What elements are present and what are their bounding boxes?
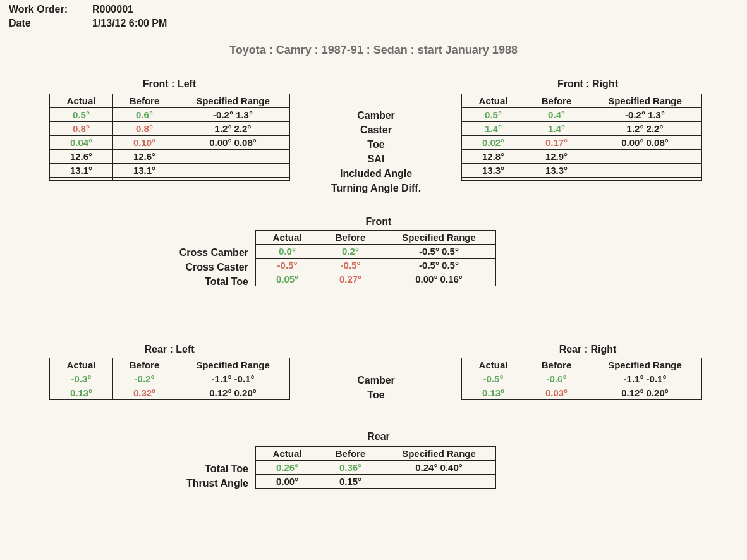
row-label: Included Angle xyxy=(307,166,446,181)
cell-before xyxy=(113,178,176,181)
col-actual: Actual xyxy=(50,358,113,372)
table-row: 1.4°1.4°1.2° 2.2° xyxy=(462,122,702,136)
front-left-table: ActualBeforeSpecified Range0.5°0.6°-0.2°… xyxy=(49,94,290,181)
cell-actual: 1.4° xyxy=(462,122,525,136)
date-value: 1/13/12 6:00 PM xyxy=(92,18,167,29)
cell-range: -1.1° -0.1° xyxy=(176,372,290,386)
table-row: 13.3°13.3° xyxy=(462,164,702,178)
table-row xyxy=(462,178,702,181)
cell-actual: 0.13° xyxy=(462,386,525,400)
rear-summary-table: ActualBeforeSpecified Range0.26°0.36°0.2… xyxy=(255,446,496,489)
table-row: 0.0°0.2°-0.5° 0.5° xyxy=(256,245,496,259)
front-left-title: Front : Left xyxy=(49,78,289,90)
cell-range: 0.24° 0.40° xyxy=(382,461,496,475)
work-order-label: Work Order: xyxy=(9,4,68,15)
col-actual: Actual xyxy=(256,447,319,461)
cell-actual: 12.6° xyxy=(50,150,113,164)
cell-range: 0.00° 0.16° xyxy=(382,272,496,286)
cell-before: 13.3° xyxy=(525,164,588,178)
table-row: -0.3°-0.2°-1.1° -0.1° xyxy=(50,372,290,386)
row-label: Camber xyxy=(307,373,446,387)
cell-before: -0.6° xyxy=(525,372,588,386)
row-label: Cross Camber xyxy=(114,245,248,260)
table-row: 0.00°0.15° xyxy=(256,475,496,489)
table-row: 0.8°0.8°1.2° 2.2° xyxy=(50,122,290,136)
cell-range: -0.2° 1.3° xyxy=(176,108,290,122)
cell-before: 0.15° xyxy=(319,475,382,489)
front-right-title: Front : Right xyxy=(461,78,714,90)
row-label: Turning Angle Diff. xyxy=(307,181,446,195)
front-summary-title: Front xyxy=(255,216,502,228)
cell-before: 0.17° xyxy=(525,136,588,150)
cell-before: 0.03° xyxy=(525,386,588,400)
cell-actual: 0.0° xyxy=(256,245,319,259)
col-actual: Actual xyxy=(256,231,319,245)
rear-right-title: Rear : Right xyxy=(461,344,714,355)
cell-before: -0.5° xyxy=(319,259,382,272)
cell-actual: -0.5° xyxy=(462,372,525,386)
cell-before: 12.9° xyxy=(525,150,588,164)
table-row: 0.26°0.36°0.24° 0.40° xyxy=(256,461,496,475)
cell-range: -1.1° -0.1° xyxy=(588,372,702,386)
row-label: Cross Caster xyxy=(114,260,248,274)
cell-range xyxy=(176,150,290,164)
cell-actual: 0.8° xyxy=(50,122,113,136)
col-range: Specified Range xyxy=(588,358,702,372)
table-row: 0.5°0.4°-0.2° 1.3° xyxy=(462,108,702,122)
cell-actual: 0.00° xyxy=(256,475,319,489)
row-label: SAI xyxy=(307,152,446,166)
rear-summary-title: Rear xyxy=(255,431,502,442)
col-actual: Actual xyxy=(462,94,525,108)
cell-before: 0.2° xyxy=(319,245,382,259)
table-row: 0.02°0.17°0.00° 0.08° xyxy=(462,136,702,150)
cell-before: 0.6° xyxy=(113,108,176,122)
col-before: Before xyxy=(113,94,176,108)
cell-actual: 0.02° xyxy=(462,136,525,150)
col-actual: Actual xyxy=(462,358,525,372)
cell-actual: 0.13° xyxy=(50,386,113,400)
col-before: Before xyxy=(525,94,588,108)
row-label: Total Toe xyxy=(114,461,248,476)
col-range: Specified Range xyxy=(176,94,290,108)
cell-range: 0.12° 0.20° xyxy=(588,386,702,400)
cell-before: 0.36° xyxy=(319,461,382,475)
cell-range: 0.00° 0.08° xyxy=(588,136,702,150)
cell-range xyxy=(176,164,290,178)
rear-right-table: ActualBeforeSpecified Range-0.5°-0.6°-1.… xyxy=(461,358,702,400)
cell-actual: 0.5° xyxy=(50,108,113,122)
cell-before: 1.4° xyxy=(525,122,588,136)
cell-before: 0.8° xyxy=(113,122,176,136)
row-label: Caster xyxy=(307,123,446,137)
cell-range: 1.2° 2.2° xyxy=(176,122,290,136)
front-summary-labels: Cross CamberCross CasterTotal Toe xyxy=(114,245,248,289)
cell-range: -0.5° 0.5° xyxy=(382,245,496,259)
date-label: Date xyxy=(9,18,31,29)
col-before: Before xyxy=(113,358,176,372)
cell-range: 0.00° 0.08° xyxy=(176,136,290,150)
front-summary-table: ActualBeforeSpecified Range0.0°0.2°-0.5°… xyxy=(255,230,496,286)
cell-range xyxy=(382,475,496,489)
vehicle-title: Toyota : Camry : 1987-91 : Sedan : start… xyxy=(0,44,747,57)
cell-before: -0.2° xyxy=(113,372,176,386)
cell-actual: 0.26° xyxy=(256,461,319,475)
cell-actual: -0.5° xyxy=(256,259,319,272)
table-row: -0.5°-0.6°-1.1° -0.1° xyxy=(462,372,702,386)
col-range: Specified Range xyxy=(382,231,496,245)
cell-actual xyxy=(462,178,525,181)
table-row: 12.8°12.9° xyxy=(462,150,702,164)
row-label: Camber xyxy=(307,108,446,123)
col-before: Before xyxy=(319,447,382,461)
table-row xyxy=(50,178,290,181)
rear-left-table: ActualBeforeSpecified Range-0.3°-0.2°-1.… xyxy=(49,358,290,400)
table-row: 12.6°12.6° xyxy=(50,150,290,164)
col-actual: Actual xyxy=(50,94,113,108)
cell-actual: 0.05° xyxy=(256,272,319,286)
cell-actual: 0.5° xyxy=(462,108,525,122)
rear-row-labels: CamberToe xyxy=(307,373,446,402)
col-range: Specified Range xyxy=(588,94,702,108)
col-range: Specified Range xyxy=(382,447,496,461)
cell-actual: 13.3° xyxy=(462,164,525,178)
row-label: Toe xyxy=(307,387,446,402)
cell-range: 0.12° 0.20° xyxy=(176,386,290,400)
cell-actual: 0.04° xyxy=(50,136,113,150)
